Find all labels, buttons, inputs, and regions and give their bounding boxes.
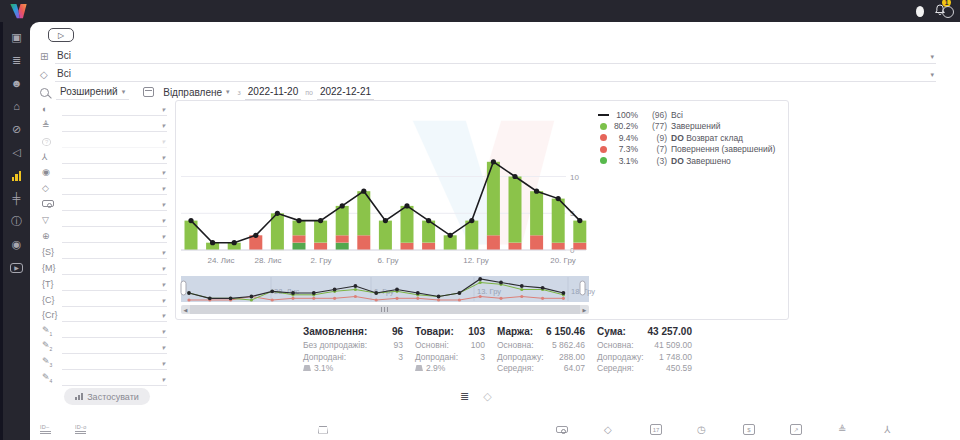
legend-marker-icon <box>596 157 610 164</box>
chevron-down-icon: ▾ <box>161 154 165 162</box>
org-icon[interactable]: ⅄ <box>884 422 890 437</box>
rail-tools-icon[interactable]: ╪ <box>6 190 28 207</box>
legend-marker-icon <box>596 134 610 141</box>
calendar-day-icon[interactable]: 17 <box>650 422 662 437</box>
filter-select[interactable]: ▾ <box>62 360 167 370</box>
date-field-select[interactable]: Відправлене▾ <box>159 85 233 100</box>
date-from-input[interactable]: 2022-11-20 <box>245 84 301 100</box>
rail-customers-icon[interactable]: ☻ <box>6 75 28 92</box>
money-icon[interactable] <box>556 422 568 437</box>
chevron-down-icon: ▾ <box>930 71 934 79</box>
filter-select[interactable]: ▾ <box>62 249 167 259</box>
unknown-icon: ? <box>42 137 62 148</box>
filter-row: ?▾ <box>42 132 167 148</box>
id-link-icon[interactable]: ID-o <box>75 422 87 437</box>
package-icon[interactable]: ◇ <box>604 422 612 437</box>
chevron-down-icon: ▾ <box>161 376 165 384</box>
filter-select[interactable]: ▾ <box>62 169 167 179</box>
filter-select[interactable]: ▾ <box>62 297 167 307</box>
rail-orders-icon[interactable]: ≣ <box>6 52 28 69</box>
profile-circle-icon[interactable] <box>942 6 954 18</box>
chevron-down-icon: ▾ <box>161 185 165 193</box>
region-icon: ◐ <box>42 105 62 116</box>
rail-info-icon[interactable]: ⓘ <box>6 213 28 230</box>
rail-store-icon[interactable]: ⌂ <box>6 98 28 115</box>
filter-row: ✎2▾ <box>42 338 167 354</box>
list-view-toggle[interactable]: ≣ <box>460 390 469 403</box>
filter-select[interactable]: ▾ <box>62 122 167 132</box>
filter-row: ◇▾ <box>42 179 167 195</box>
category-select[interactable]: Всі ▾ <box>55 48 936 64</box>
filter-select[interactable]: ▾ <box>62 233 167 243</box>
filter-select[interactable]: ▾ <box>62 154 167 164</box>
video-icon: ▶ <box>10 263 23 273</box>
utm-content-icon: {C} <box>42 296 62 307</box>
calendar-send-icon[interactable]: ↗ <box>790 422 802 437</box>
filter-select[interactable]: ▾ <box>62 138 167 148</box>
rail-tag-icon[interactable]: ⊘ <box>6 121 28 138</box>
chevron-down-icon: ▾ <box>226 88 230 96</box>
scroll-left-icon[interactable]: ◀ <box>181 307 190 313</box>
legend-item[interactable]: 3.1%(3)DO Завершено <box>596 155 775 167</box>
from-label: з <box>238 89 241 96</box>
product-select[interactable]: Всі ▾ <box>55 66 936 82</box>
rail-analytics-icon[interactable] <box>6 167 28 184</box>
scrollbar-track[interactable] <box>190 305 580 314</box>
filter-select[interactable]: ▾ <box>62 217 167 227</box>
legend-item[interactable]: 100%(96)Всі <box>596 109 775 121</box>
filter-row: {Cr}▾ <box>42 307 167 323</box>
chart-icon <box>75 393 83 400</box>
date-to-input[interactable]: 2022-12-21 <box>317 84 374 100</box>
product-filter-row: ◇ Всі ▾ <box>40 66 936 82</box>
filter-row: {M}▾ <box>42 259 167 275</box>
basket-icon[interactable] <box>318 422 328 437</box>
logo[interactable] <box>9 2 28 25</box>
tutorial-play-button[interactable]: ▷ <box>48 28 74 42</box>
rail-dashboard-icon[interactable]: ▣ <box>6 29 28 46</box>
legend-item[interactable]: 7.3%(7)Повернення (завершений) <box>596 144 775 156</box>
scroll-right-icon[interactable]: ▶ <box>580 307 589 313</box>
orders-icon: ≣ <box>12 55 21 66</box>
brush-handle-left[interactable] <box>181 281 186 295</box>
chart-scrollbar[interactable]: ◀ ▶ <box>181 305 589 314</box>
svg-text:28. Лис: 28. Лис <box>254 256 281 265</box>
legend-item[interactable]: 9.4%(9)DO Возврат склад <box>596 132 775 144</box>
overview-brush-chart[interactable]: 28. Лис6. Гру13. Гру18. Гру <box>176 273 788 305</box>
filter-row: ◉▾ <box>42 164 167 180</box>
filter-select[interactable]: ▾ <box>62 265 167 275</box>
topbar: 1 <box>0 0 960 22</box>
chevron-down-icon: ▾ <box>161 297 165 305</box>
package-view-toggle[interactable]: ◇ <box>483 390 491 403</box>
chevron-down-icon: ▾ <box>930 53 934 61</box>
rail-support-icon[interactable]: ◉ <box>6 236 28 253</box>
filter-select[interactable]: ▾ <box>62 106 167 116</box>
calendar-money-icon[interactable]: $ <box>743 422 755 437</box>
filter-select[interactable]: ▾ <box>62 376 167 386</box>
legend-item[interactable]: 80.2%(77)Завершений <box>596 121 775 133</box>
store-icon: ⌂ <box>13 101 20 112</box>
rail-promo-icon[interactable]: ◁ <box>6 144 28 161</box>
apply-button[interactable]: Застосувати <box>64 388 150 405</box>
chart-legend: 100%(96)Всі80.2%(77)Завершений9.4%(9)DO … <box>596 109 775 167</box>
filter-select[interactable]: ▾ <box>62 312 167 322</box>
id-list-icon[interactable]: ID– <box>40 422 51 437</box>
layers-icon[interactable]: ≜ <box>838 422 846 437</box>
custom-field-2-icon: ✎2 <box>42 341 62 354</box>
scrollbar-grip[interactable] <box>381 307 390 312</box>
layers-icon: ≜ <box>42 121 62 132</box>
brush-handle-right[interactable] <box>580 281 585 295</box>
rail-video-icon[interactable]: ▶ <box>6 259 28 276</box>
user-avatar-icon[interactable] <box>916 6 924 17</box>
filter-select[interactable]: ▾ <box>62 201 167 211</box>
svg-text:24. Лис: 24. Лис <box>207 256 234 265</box>
search-mode-select[interactable]: Розширений▾ <box>56 84 129 100</box>
clock-icon[interactable]: ◷ <box>697 422 706 437</box>
dashboard-icon: ▣ <box>11 32 21 43</box>
chart-card: 051024. Лис28. Лис2. Гру6. Гру12. Гру20.… <box>175 100 789 320</box>
filter-select[interactable]: ▾ <box>62 328 167 338</box>
filter-select[interactable]: ▾ <box>62 185 167 195</box>
filter-row: ⊕▾ <box>42 227 167 243</box>
filter-select[interactable]: ▾ <box>62 344 167 354</box>
chevron-down-icon: ▾ <box>161 344 165 352</box>
filter-select[interactable]: ▾ <box>62 281 167 291</box>
